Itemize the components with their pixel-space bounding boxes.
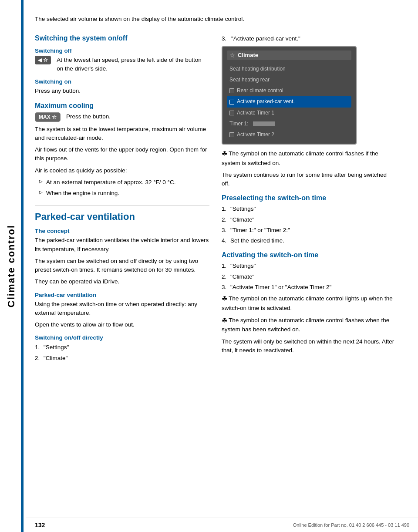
preselect-num-4: 4.: [222, 236, 228, 245]
concept-p2: The system can be switched on and off di…: [35, 257, 209, 275]
step3-item: 3. "Activate parked-car vent.": [222, 35, 396, 42]
section-parked-car: Parked-car ventilation The concept The p…: [35, 205, 209, 363]
activate-text-2: "Climate": [230, 273, 254, 281]
right-note4-text: The symbol on the automatic climate cont…: [222, 317, 389, 333]
switching-off-text: At the lowest fan speed, press the left …: [57, 56, 209, 74]
right-note3-text: The symbol on the automatic climate cont…: [222, 295, 393, 311]
climate-item-7: Activate Timer 2: [227, 129, 351, 140]
checkbox-activate-parked: [229, 100, 234, 104]
right-note3: ☘The symbol on the automatic climate con…: [222, 294, 396, 313]
section-switching-system: Switching the system on/off Switching of…: [35, 34, 209, 96]
left-column: Switching the system on/off Switching of…: [35, 28, 209, 365]
note-symbol-4: ☘: [222, 317, 227, 324]
timer-bar: [253, 121, 275, 126]
climate-item-5: Activate Timer 1: [227, 108, 351, 118]
off-button-icon: ◀ ☆: [35, 56, 53, 64]
concept-p1: The parked-car ventilation ventilates th…: [35, 236, 209, 254]
parked-vent-p2: Open the vents to allow air to flow out.: [35, 320, 209, 329]
heading-switching-system: Switching the system on/off: [35, 34, 209, 42]
bullet-item-2: When the engine is running.: [39, 189, 209, 198]
list-item-1: 1. "Settings": [35, 343, 209, 352]
max-cooling-bullets: At an external temperature of approx. 32…: [39, 178, 209, 198]
list-num-2: 2.: [35, 354, 41, 363]
sidebar-label: Climate control: [6, 225, 17, 307]
list-text-1: "Settings": [44, 343, 69, 352]
heading-switching-off: Switching off: [35, 47, 209, 54]
activate-text-3: "Activate Timer 1" or "Activate Timer 2": [230, 283, 331, 292]
blue-bar: [21, 0, 24, 532]
right-note4: ☘The symbol on the automatic climate con…: [222, 316, 396, 334]
preselect-num-1: 1.: [222, 205, 228, 213]
climate-item-2: Seat heating rear: [227, 74, 351, 85]
preselect-text-1: "Settings": [230, 205, 256, 213]
bullet-item-1: At an external temperature of approx. 32…: [39, 178, 209, 187]
right-note1: ☘The symbol on the automatic climate con…: [222, 149, 396, 168]
note-symbol-1: ☘: [222, 150, 227, 157]
section-maximum-cooling: Maximum cooling MAX ☆ Press the button. …: [35, 102, 209, 198]
footer-text: Online Edition for Part no. 01 40 2 606 …: [293, 522, 409, 528]
switching-off-content: ◀ ☆ At the lowest fan speed, press the l…: [35, 56, 209, 74]
heading-activate: Activating the switch-on time: [222, 251, 396, 259]
heading-preselect: Preselecting the switch-on time: [222, 194, 396, 202]
heading-parked-car: Parked-car ventilation: [35, 205, 209, 222]
subsection-concept: The concept The parked-car ventilation v…: [35, 228, 209, 286]
climate-item-3: Rear climate control: [227, 85, 351, 96]
preselect-text-3: "Timer 1:" or "Timer 2:": [230, 226, 290, 235]
section-preselect: Preselecting the switch-on time 1. "Sett…: [222, 194, 396, 245]
max-cooling-line4: Air is cooled as quickly as possible:: [35, 166, 209, 175]
climate-menu: Seat heating distribution Seat heating r…: [227, 64, 351, 140]
sidebar: Climate control: [0, 0, 23, 532]
max-cooling-line1: Press the button.: [66, 112, 209, 121]
two-column-layout: Switching the system on/off Switching of…: [35, 28, 396, 365]
preselect-num-3: 3.: [222, 226, 228, 235]
list-text-2: "Climate": [44, 354, 67, 363]
activate-list: 1. "Settings" 2. "Climate" 3. "Activate …: [222, 262, 396, 292]
activate-item-3: 3. "Activate Timer 1" or "Activate Timer…: [222, 283, 396, 292]
footer: 132 Online Edition for Part no. 01 40 2 …: [26, 518, 418, 532]
preselect-item-4: 4. Set the desired time.: [222, 236, 396, 245]
climate-screenshot: ☆ Climate Seat heating distribution Seat…: [222, 46, 357, 145]
climate-item-4-selected: Activate parked-car vent.: [227, 96, 351, 107]
right-note1-text: The symbol on the automatic climate cont…: [222, 150, 378, 166]
preselect-item-3: 3. "Timer 1:" or "Timer 2:": [222, 226, 396, 235]
checkbox-activate-timer2: [229, 132, 234, 137]
preselect-item-1: 1. "Settings": [222, 205, 396, 213]
heading-parked-vent: Parked-car ventilation: [35, 292, 209, 298]
step3-num: 3.: [222, 35, 229, 42]
climate-item-1: Seat heating distribution: [227, 64, 351, 74]
main-content: The selected air volume is shown on the …: [26, 0, 405, 373]
note-symbol-3: ☘: [222, 295, 227, 302]
preselect-text-2: "Climate": [230, 215, 254, 224]
section-activate: Activating the switch-on time 1. "Settin…: [222, 251, 396, 292]
activate-num-3: 3.: [222, 283, 228, 292]
activate-item-2: 2. "Climate": [222, 273, 396, 281]
activate-item-1: 1. "Settings": [222, 262, 396, 270]
page-number: 132: [35, 522, 45, 529]
heading-switching-on: Switching on: [35, 78, 209, 85]
subsection-switching-directly: Switching on/off directly 1. "Settings" …: [35, 334, 209, 363]
activate-text-1: "Settings": [230, 262, 256, 270]
switching-on-text: Press any button.: [35, 87, 209, 95]
activate-num-2: 2.: [222, 273, 228, 281]
button-icon-off: ◀ ☆: [35, 56, 51, 64]
max-cooling-line2: The system is set to the lowest temperat…: [35, 125, 209, 143]
heading-switching-directly: Switching on/off directly: [35, 334, 209, 341]
right-note2: The system continues to run for some tim…: [222, 171, 396, 189]
climate-title: Climate: [238, 52, 258, 58]
concept-p3: They can be operated via iDrive.: [35, 277, 209, 286]
max-cooling-content: MAX ☆ Press the button.: [35, 112, 209, 122]
preselect-num-2: 2.: [222, 215, 228, 224]
preselect-text-4: Set the desired time.: [230, 236, 284, 245]
switching-directly-list: 1. "Settings" 2. "Climate": [35, 343, 209, 363]
intro-text: The selected air volume is shown on the …: [35, 8, 396, 24]
right-column: 3. "Activate parked-car vent." ☆ Climate…: [222, 28, 396, 365]
right-note5: The system will only be switched on with…: [222, 337, 396, 355]
climate-title-bar: ☆ Climate: [227, 51, 351, 60]
subsection-parked-vent: Parked-car ventilation Using the preset …: [35, 292, 209, 330]
preselect-item-2: 2. "Climate": [222, 215, 396, 224]
heading-max-cooling: Maximum cooling: [35, 102, 209, 110]
parked-vent-p1: Using the preset switch-on time or when …: [35, 300, 209, 318]
checkbox-activate-timer1: [229, 111, 234, 115]
preselect-list: 1. "Settings" 2. "Climate" 3. "Timer 1:"…: [222, 205, 396, 245]
button-icon-max: MAX ☆: [35, 112, 61, 122]
